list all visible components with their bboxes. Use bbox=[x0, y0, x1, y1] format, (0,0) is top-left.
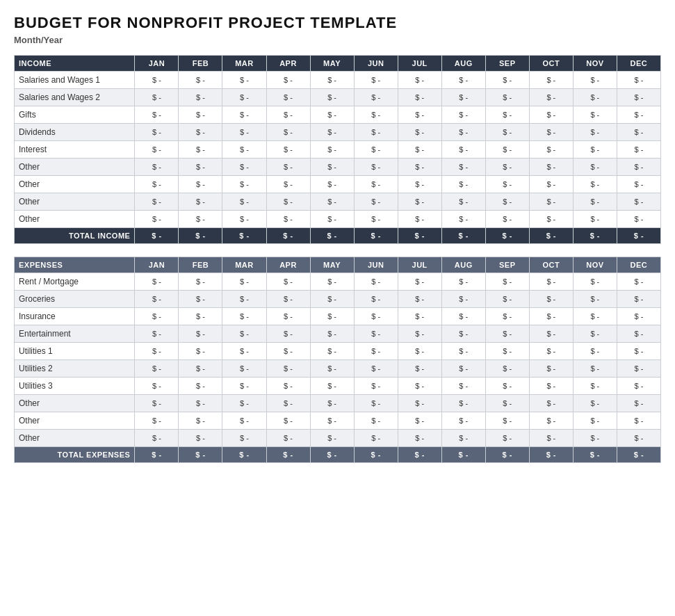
money-cell[interactable]: $ - bbox=[573, 211, 617, 228]
money-cell[interactable]: $ - bbox=[529, 141, 573, 159]
money-cell[interactable]: $ - bbox=[354, 378, 398, 395]
money-cell[interactable]: $ - bbox=[398, 176, 441, 193]
money-cell[interactable]: $ - bbox=[441, 141, 485, 159]
money-cell[interactable]: $ - bbox=[398, 430, 441, 447]
money-cell[interactable]: $ - bbox=[179, 360, 222, 378]
money-cell[interactable]: $ - bbox=[441, 412, 485, 430]
money-cell[interactable]: $ - bbox=[617, 176, 660, 193]
money-cell[interactable]: $ - bbox=[485, 412, 529, 430]
money-cell[interactable]: $ - bbox=[179, 395, 222, 412]
money-cell[interactable]: $ - bbox=[573, 106, 617, 124]
money-cell[interactable]: $ - bbox=[179, 72, 222, 89]
money-cell[interactable]: $ - bbox=[179, 211, 222, 228]
money-cell[interactable]: $ - bbox=[529, 360, 573, 378]
money-cell[interactable]: $ - bbox=[617, 412, 660, 430]
money-cell[interactable]: $ - bbox=[135, 273, 179, 291]
money-cell[interactable]: $ - bbox=[617, 325, 660, 343]
money-cell[interactable]: $ - bbox=[222, 176, 266, 193]
money-cell[interactable]: $ - bbox=[310, 124, 354, 141]
money-cell[interactable]: $ - bbox=[354, 159, 398, 176]
money-cell[interactable]: $ - bbox=[398, 360, 441, 378]
money-cell[interactable]: $ - bbox=[222, 343, 266, 360]
money-cell[interactable]: $ - bbox=[573, 89, 617, 106]
money-cell[interactable]: $ - bbox=[179, 308, 222, 325]
money-cell[interactable]: $ - bbox=[573, 124, 617, 141]
money-cell[interactable]: $ - bbox=[266, 89, 310, 106]
money-cell[interactable]: $ - bbox=[617, 273, 660, 291]
money-cell[interactable]: $ - bbox=[573, 72, 617, 89]
money-cell[interactable]: $ - bbox=[485, 343, 529, 360]
money-cell[interactable]: $ - bbox=[354, 343, 398, 360]
money-cell[interactable]: $ - bbox=[266, 72, 310, 89]
money-cell[interactable]: $ - bbox=[398, 72, 441, 89]
money-cell[interactable]: $ - bbox=[573, 395, 617, 412]
money-cell[interactable]: $ - bbox=[135, 360, 179, 378]
money-cell[interactable]: $ - bbox=[266, 395, 310, 412]
money-cell[interactable]: $ - bbox=[310, 378, 354, 395]
money-cell[interactable]: $ - bbox=[354, 89, 398, 106]
money-cell[interactable]: $ - bbox=[573, 325, 617, 343]
money-cell[interactable]: $ - bbox=[398, 325, 441, 343]
money-cell[interactable]: $ - bbox=[529, 395, 573, 412]
money-cell[interactable]: $ - bbox=[529, 176, 573, 193]
money-cell[interactable]: $ - bbox=[266, 430, 310, 447]
money-cell[interactable]: $ - bbox=[485, 193, 529, 211]
money-cell[interactable]: $ - bbox=[441, 378, 485, 395]
money-cell[interactable]: $ - bbox=[617, 395, 660, 412]
money-cell[interactable]: $ - bbox=[441, 159, 485, 176]
money-cell[interactable]: $ - bbox=[179, 325, 222, 343]
money-cell[interactable]: $ - bbox=[310, 291, 354, 308]
money-cell[interactable]: $ - bbox=[266, 106, 310, 124]
money-cell[interactable]: $ - bbox=[354, 291, 398, 308]
money-cell[interactable]: $ - bbox=[441, 343, 485, 360]
money-cell[interactable]: $ - bbox=[135, 124, 179, 141]
money-cell[interactable]: $ - bbox=[179, 430, 222, 447]
money-cell[interactable]: $ - bbox=[222, 430, 266, 447]
money-cell[interactable]: $ - bbox=[310, 395, 354, 412]
money-cell[interactable]: $ - bbox=[485, 378, 529, 395]
money-cell[interactable]: $ - bbox=[179, 159, 222, 176]
money-cell[interactable]: $ - bbox=[266, 291, 310, 308]
money-cell[interactable]: $ - bbox=[179, 193, 222, 211]
money-cell[interactable]: $ - bbox=[398, 159, 441, 176]
money-cell[interactable]: $ - bbox=[398, 412, 441, 430]
money-cell[interactable]: $ - bbox=[441, 273, 485, 291]
money-cell[interactable]: $ - bbox=[617, 193, 660, 211]
money-cell[interactable]: $ - bbox=[441, 89, 485, 106]
money-cell[interactable]: $ - bbox=[266, 273, 310, 291]
money-cell[interactable]: $ - bbox=[135, 308, 179, 325]
money-cell[interactable]: $ - bbox=[573, 378, 617, 395]
money-cell[interactable]: $ - bbox=[222, 325, 266, 343]
money-cell[interactable]: $ - bbox=[398, 291, 441, 308]
money-cell[interactable]: $ - bbox=[441, 124, 485, 141]
money-cell[interactable]: $ - bbox=[179, 106, 222, 124]
money-cell[interactable]: $ - bbox=[485, 89, 529, 106]
money-cell[interactable]: $ - bbox=[529, 159, 573, 176]
money-cell[interactable]: $ - bbox=[135, 211, 179, 228]
money-cell[interactable]: $ - bbox=[441, 308, 485, 325]
money-cell[interactable]: $ - bbox=[135, 176, 179, 193]
money-cell[interactable]: $ - bbox=[485, 395, 529, 412]
money-cell[interactable]: $ - bbox=[573, 343, 617, 360]
money-cell[interactable]: $ - bbox=[573, 412, 617, 430]
money-cell[interactable]: $ - bbox=[222, 291, 266, 308]
money-cell[interactable]: $ - bbox=[617, 308, 660, 325]
money-cell[interactable]: $ - bbox=[529, 325, 573, 343]
money-cell[interactable]: $ - bbox=[485, 430, 529, 447]
money-cell[interactable]: $ - bbox=[573, 291, 617, 308]
money-cell[interactable]: $ - bbox=[266, 211, 310, 228]
money-cell[interactable]: $ - bbox=[441, 106, 485, 124]
money-cell[interactable]: $ - bbox=[398, 106, 441, 124]
money-cell[interactable]: $ - bbox=[310, 141, 354, 159]
money-cell[interactable]: $ - bbox=[529, 124, 573, 141]
money-cell[interactable]: $ - bbox=[485, 72, 529, 89]
money-cell[interactable]: $ - bbox=[441, 430, 485, 447]
money-cell[interactable]: $ - bbox=[441, 72, 485, 89]
money-cell[interactable]: $ - bbox=[135, 412, 179, 430]
money-cell[interactable]: $ - bbox=[354, 308, 398, 325]
money-cell[interactable]: $ - bbox=[617, 141, 660, 159]
money-cell[interactable]: $ - bbox=[398, 273, 441, 291]
money-cell[interactable]: $ - bbox=[310, 72, 354, 89]
money-cell[interactable]: $ - bbox=[135, 89, 179, 106]
money-cell[interactable]: $ - bbox=[354, 325, 398, 343]
